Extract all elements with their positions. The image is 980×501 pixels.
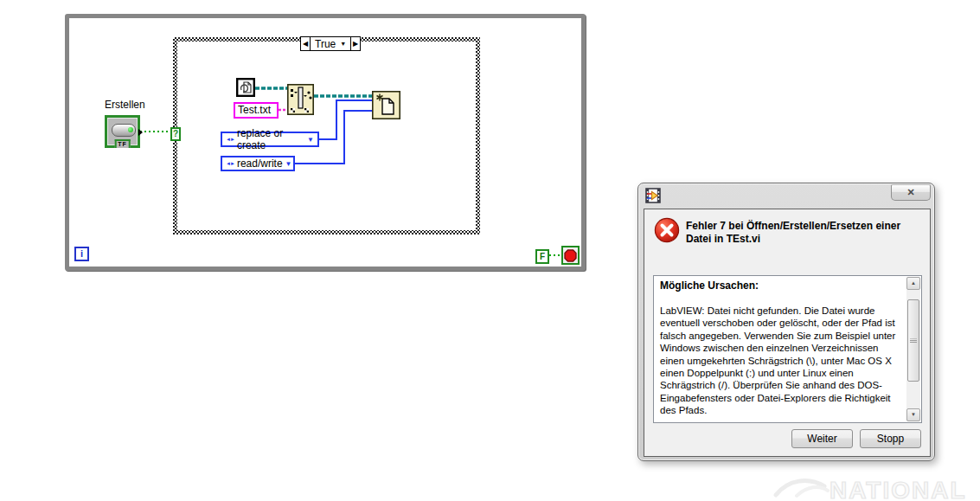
dialog-content-panel: Fehler 7 bei Öffnen/Erstellen/Ersetzen e… [644,209,931,457]
case-value[interactable]: True ▼ [310,36,351,51]
error-dialog-window: ✕ Fehler 7 bei Öffnen/Erstellen/Ersetzen… [637,183,935,461]
build-path-function[interactable] [287,84,314,115]
close-button[interactable]: ✕ [891,184,931,201]
stop-button[interactable]: Stopp [860,429,921,448]
stop-sign-icon [564,249,577,262]
loop-condition-terminal[interactable] [561,246,580,265]
new-file-icon [372,91,400,119]
scroll-up-icon: ▲ [911,280,916,286]
erstellen-boolean-terminal[interactable]: TF [105,115,140,148]
false-constant[interactable]: F [535,249,549,264]
enum-spinner-icon[interactable]: ◄► [226,137,234,142]
labview-desktop: ◀ True ▼ ▶ ? Erstellen TF [0,0,980,501]
case-next-icon[interactable]: ▶ [350,36,361,51]
labview-vi-icon [645,188,661,203]
watermark-text: NATIONAL [829,477,967,501]
error-icon [654,217,680,243]
switch-led-icon [128,127,133,132]
terminal-out-arrow-icon [138,129,143,136]
scrollbar-grip-icon [910,338,917,343]
case-dropdown-icon[interactable]: ▼ [340,41,346,47]
open-create-replace-file-function[interactable] [372,91,400,119]
scrollbar[interactable]: ▲ ▼ [906,277,920,421]
enum-dropdown-icon[interactable]: ▼ [307,136,314,144]
build-path-icon [287,84,314,115]
enum-dropdown-icon[interactable]: ▼ [285,160,292,168]
enum-access-mode[interactable]: ◄► read/write ▼ [221,156,295,171]
current-vi-path-constant[interactable] [236,78,255,97]
causes-title: Mögliche Ursachen: [660,279,759,292]
string-constant-test-txt[interactable]: Test.txt [234,102,279,119]
enum-open-operation[interactable]: ◄► replace or create ▼ [221,132,319,147]
enum-access-value: read/write [237,157,283,170]
case-value-text: True [315,38,336,50]
enum-operation-value: replace or create [237,127,304,151]
scrollbar-thumb[interactable] [907,299,919,382]
causes-body-text: LabVIEW: Datei nicht gefunden. Die Datei… [660,305,904,417]
case-structure[interactable] [173,37,480,234]
ni-eagle-icon [772,472,829,501]
iteration-terminal[interactable]: i [74,247,89,261]
case-selector-terminal[interactable]: ? [170,127,181,141]
continue-button[interactable]: Weiter [791,429,853,448]
ni-watermark: NATIONAL [772,472,967,501]
error-heading: Fehler 7 bei Öffnen/Erstellen/Ersetzen e… [686,220,925,246]
scroll-down-icon: ▼ [911,412,916,417]
vi-path-icon [236,78,255,97]
close-icon: ✕ [906,187,914,197]
slide-switch-icon [112,124,136,137]
scroll-down-button[interactable]: ▼ [906,408,920,421]
case-selector-label: ◀ True ▼ ▶ [300,36,361,51]
scroll-up-button[interactable]: ▲ [906,277,920,290]
boolean-control-label: Erstellen [105,99,145,111]
enum-spinner-icon[interactable]: ◄► [226,161,234,166]
boolean-tf-label: TF [114,139,131,148]
possible-causes-textbox[interactable]: Mögliche Ursachen: LabVIEW: Datei nicht … [653,275,922,423]
